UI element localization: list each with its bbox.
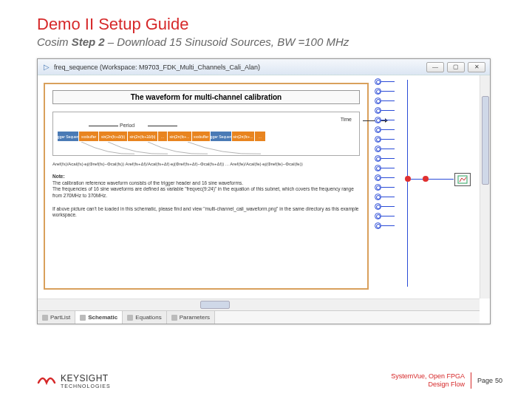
source-block[interactable]: [375, 98, 395, 104]
window-title: freq_sequence (Workspace: M9703_FDK_Mult…: [54, 64, 260, 71]
source-icon: [375, 203, 381, 210]
tab-label: Schematic: [88, 314, 117, 321]
source-wire: [381, 216, 395, 216]
waveform-block: ...: [158, 132, 167, 141]
source-wire: [381, 129, 395, 130]
period-label: Period: [120, 123, 134, 128]
source-block[interactable]: [375, 222, 395, 229]
source-icon: [375, 126, 381, 133]
waveform-diagram: Time Period Trigger Sequencexxxbuffersin…: [52, 112, 360, 156]
page-number: 50: [495, 377, 502, 384]
brand-logo: KEYSIGHT TECHNOLOGIES: [37, 372, 111, 389]
tab-schematic[interactable]: Schematic: [75, 311, 123, 324]
waveform-block: xxxbuffer: [79, 132, 98, 141]
source-block[interactable]: [375, 136, 395, 143]
waveform-block: sin(2π(fc+Δf)t): [99, 132, 127, 141]
waveform-block: xxxbuffer: [192, 132, 210, 141]
source-wire: [381, 158, 395, 159]
source-block[interactable]: [375, 213, 395, 219]
note-heading: Note:: [52, 174, 360, 180]
sink-block[interactable]: [454, 173, 471, 186]
product-name: SystemVue, Open FPGA Design Flow: [383, 372, 465, 389]
source-wire: [381, 100, 395, 101]
source-icon: [375, 174, 381, 181]
doc-panel: The waveform for multi-channel calibrati…: [44, 83, 369, 290]
source-block[interactable]: [375, 184, 395, 191]
source-icon: [375, 98, 381, 104]
subtitle-suffix: – Download 15 Sinusoid Sources, BW =100 …: [105, 35, 349, 48]
source-icon: [375, 222, 381, 229]
svg-rect-0: [458, 176, 467, 183]
tab-partlist[interactable]: PartList: [38, 311, 75, 324]
tab-label: Equations: [135, 314, 162, 321]
window-titlebar[interactable]: ▷ freq_sequence (Workspace: M9703_FDK_Mu…: [38, 59, 490, 75]
tab-label: PartList: [50, 314, 70, 321]
subtitle-prefix: Cosim: [37, 35, 72, 48]
note-box: Note: The calibration reference waveform…: [52, 174, 360, 219]
tab-icon: [171, 315, 177, 321]
source-wire: [381, 149, 395, 149]
bus-connector: [408, 179, 454, 180]
waveform-block: sin(2π(fc+...: [168, 132, 191, 141]
source-icon: [375, 107, 381, 114]
brand-sub: TECHNOLOGIES: [61, 383, 111, 389]
source-block[interactable]: [375, 88, 395, 95]
app-window: ▷ freq_sequence (Workspace: M9703_FDK_Mu…: [37, 58, 491, 324]
formula-text: Aref(fs)/Acal(fs)·ej(Φref(fs)−Φcal(fs)) …: [52, 162, 360, 168]
tab-equations[interactable]: Equations: [123, 311, 167, 324]
source-icon: [375, 213, 381, 219]
source-block[interactable]: [375, 194, 395, 200]
waveform-block: sin(2π(fc+...: [232, 132, 254, 141]
keysight-icon: [37, 372, 56, 389]
source-block[interactable]: [375, 174, 395, 181]
source-wire: [381, 197, 395, 197]
slide-footer: KEYSIGHT TECHNOLOGIES SystemVue, Open FP…: [37, 372, 502, 389]
doc-title: The waveform for multi-channel calibrati…: [52, 90, 360, 104]
horizontal-scroll-thumb[interactable]: [200, 301, 230, 309]
source-icon: [375, 136, 381, 143]
source-wire: [381, 110, 395, 111]
source-wire: [381, 81, 395, 82]
source-wire: [381, 139, 395, 140]
source-icon: [375, 155, 381, 162]
close-button[interactable]: ✕: [468, 62, 485, 72]
source-wire: [381, 225, 395, 226]
source-block[interactable]: [375, 165, 395, 171]
source-wire: [381, 120, 395, 120]
note-line: If above picture can't be loaded in this…: [52, 206, 360, 219]
source-wire: [381, 177, 395, 178]
source-block[interactable]: [375, 107, 395, 114]
source-icon: [375, 165, 381, 171]
source-icon: [375, 78, 381, 85]
source-wire: [381, 168, 395, 168]
brand-name: KEYSIGHT: [61, 373, 109, 383]
source-block[interactable]: [375, 203, 395, 210]
page-label: Page: [477, 377, 493, 384]
tab-label: Parameters: [180, 314, 210, 321]
source-wire: [381, 187, 395, 188]
waveform-block: sin(2π(fc+2Δf)t): [128, 132, 157, 141]
vertical-scroll-thumb[interactable]: [482, 96, 489, 185]
source-icon: [375, 88, 381, 95]
source-block[interactable]: [375, 117, 395, 123]
source-icon: [375, 184, 381, 191]
maximize-button[interactable]: ▢: [447, 62, 465, 72]
source-wire: [381, 91, 395, 92]
source-block[interactable]: [375, 78, 395, 85]
source-wire: [381, 206, 395, 207]
tab-bar: PartListSchematicEquationsParameters: [38, 310, 480, 324]
app-icon: ▷: [42, 63, 51, 72]
schematic-canvas[interactable]: The waveform for multi-channel calibrati…: [38, 75, 480, 299]
horizontal-scrollbar[interactable]: [38, 299, 480, 310]
source-icon: [375, 194, 381, 200]
time-arrow-label: Time: [341, 117, 352, 122]
slide-title: Demo II Setup Guide: [37, 15, 502, 34]
source-block[interactable]: [375, 146, 395, 152]
vertical-scrollbar[interactable]: [480, 75, 490, 299]
minimize-button[interactable]: —: [426, 62, 444, 72]
block-row: Trigger Sequencexxxbuffersin(2π(fc+Δf)t)…: [58, 132, 355, 141]
source-block[interactable]: [375, 126, 395, 133]
connector-curves: [68, 142, 334, 155]
source-block[interactable]: [375, 155, 395, 162]
tab-parameters[interactable]: Parameters: [167, 311, 215, 324]
